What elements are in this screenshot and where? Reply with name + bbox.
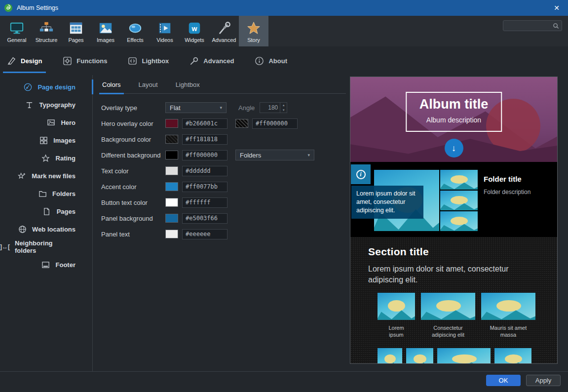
subtabs: Colors Layout Lightbox — [101, 79, 346, 94]
toolbar-item-effects[interactable]: Effects — [120, 16, 150, 46]
sidebar-item-label: Images — [53, 137, 76, 144]
sidebar-item-web-locations[interactable]: Web locations — [0, 220, 92, 238]
subtab-layout[interactable]: Layout — [138, 79, 159, 93]
color-swatch[interactable] — [165, 166, 178, 175]
folder-mini-image — [440, 191, 478, 210]
subtab-colors[interactable]: Colors — [101, 79, 122, 93]
thumbnail-image — [421, 293, 475, 320]
toolbar-item-images[interactable]: Images — [91, 16, 120, 46]
sidebar-item-mark-new-files[interactable]: Mark new files — [0, 167, 92, 185]
apply-button[interactable]: Apply — [526, 375, 561, 386]
sidebar-item-label: Typography — [39, 101, 76, 109]
color-swatch[interactable] — [165, 182, 178, 191]
overlay-type-dropdown[interactable]: Flat ▾ — [165, 102, 227, 113]
folder-mini-image — [440, 211, 478, 231]
hex-input[interactable] — [182, 118, 227, 129]
close-icon[interactable]: ✕ — [545, 0, 568, 16]
album-description: Album description — [419, 116, 489, 124]
pages-grid-icon — [69, 21, 83, 36]
settings-tabs: Design Functions Lightbox Advanced About — [0, 46, 568, 75]
angle-input[interactable] — [260, 104, 280, 111]
spin-up-icon[interactable]: ▲ — [280, 103, 287, 108]
color-swatch[interactable] — [165, 119, 178, 128]
field-label: Different background — [101, 152, 165, 159]
folder-text-panel: Lorem ipsum dolor sit amet, consectetur … — [351, 186, 423, 219]
color-swatch[interactable] — [165, 230, 178, 238]
info-icon: i — [356, 170, 366, 179]
hex-input[interactable] — [182, 150, 227, 160]
angle-stepper: ▲ ▼ — [260, 102, 287, 113]
main-toolbar: General Structure Pages Images Effects V… — [0, 16, 568, 46]
field-label: Panel background — [101, 215, 165, 222]
toolbar-item-videos[interactable]: Videos — [150, 16, 180, 46]
sidebar-item-hero[interactable]: Hero — [0, 114, 92, 131]
tab-label: Functions — [76, 57, 107, 65]
different-background-dropdown[interactable]: Folders ▾ — [235, 150, 314, 160]
hero-image-icon — [46, 118, 56, 127]
hex-input[interactable] — [182, 229, 227, 239]
tab-design[interactable]: Design — [7, 46, 42, 75]
sidebar-item-pages[interactable]: Pages — [0, 202, 92, 220]
color-swatch[interactable] — [165, 135, 178, 144]
hex-input[interactable] — [182, 182, 227, 192]
spin-down-icon[interactable]: ▼ — [280, 108, 287, 113]
globe-icon — [17, 225, 27, 234]
sidebar-item-footer[interactable]: Footer — [0, 256, 92, 274]
hex-input[interactable] — [252, 118, 298, 129]
scroll-down-icon: ↓ — [445, 139, 463, 157]
tab-lightbox[interactable]: Lightbox — [128, 46, 169, 75]
sidebar-item-folders[interactable]: Folders — [0, 185, 92, 202]
hero-title-box: Album title Album description — [406, 92, 502, 132]
sidebar-item-typography[interactable]: Typography — [0, 96, 92, 114]
toolbar-item-story[interactable]: Story — [239, 16, 268, 46]
overlay-type-label: Overlay type — [101, 104, 165, 112]
sidebar-item-label: Rating — [56, 155, 76, 162]
thumbnail-caption: Lorem ipsum — [384, 324, 409, 339]
toolbar-item-advanced[interactable]: Advanced — [209, 16, 239, 46]
thumbnail-caption: Consectetur adipiscing elit — [427, 324, 469, 339]
design-sidebar: Page design Typography Hero Images Ratin… — [0, 75, 93, 371]
hex-input[interactable] — [182, 197, 227, 208]
album-settings-window: Album Settings ✕ General Structure Pages… — [0, 0, 568, 392]
sidebar-item-images[interactable]: Images — [0, 131, 92, 149]
sidebar-item-label: Mark new files — [32, 172, 76, 180]
lens-icon — [128, 21, 143, 36]
footer-icon — [41, 261, 51, 269]
color-swatch[interactable] — [235, 119, 248, 128]
toolbar-item-general[interactable]: General — [2, 16, 32, 46]
sidebar-item-rating[interactable]: Rating — [0, 149, 92, 167]
subtab-lightbox[interactable]: Lightbox — [175, 79, 201, 93]
color-swatch[interactable] — [165, 214, 178, 223]
hex-input[interactable] — [182, 213, 227, 224]
color-swatch[interactable] — [165, 198, 178, 207]
hex-input[interactable] — [182, 134, 227, 145]
thumbnail-caption: Mauris sit amet massa — [488, 324, 529, 339]
new-star-icon — [17, 172, 27, 180]
tab-advanced[interactable]: Advanced — [189, 46, 234, 75]
toolbar-item-pages[interactable]: Pages — [61, 16, 91, 46]
field-label: Text color — [101, 167, 165, 175]
hero-overlay-color-row: Hero overlay color — [101, 116, 346, 131]
tab-label: Lightbox — [142, 57, 169, 65]
toolbar-item-structure[interactable]: Structure — [32, 16, 61, 46]
search-input[interactable] — [503, 22, 553, 29]
accent-color-row: Accent color — [101, 179, 346, 195]
neighboring-folders-icon: ]↔[ — [0, 243, 10, 250]
sidebar-item-page-design[interactable]: Page design — [0, 78, 92, 96]
field-label: Background color — [101, 136, 165, 143]
typography-icon — [25, 101, 35, 109]
sidebar-item-neighboring-folders[interactable]: ]↔[ Neighboring folders — [0, 238, 92, 256]
text-color-row: Text color — [101, 163, 346, 179]
sidebar-item-label: Neighboring folders — [15, 239, 76, 254]
search-box — [503, 20, 562, 31]
sidebar-item-label: Page design — [38, 83, 76, 91]
ok-button[interactable]: OK — [486, 375, 521, 386]
hex-input[interactable] — [182, 166, 227, 176]
tab-about[interactable]: About — [255, 46, 287, 75]
toolbar-item-widgets[interactable]: w Widgets — [180, 16, 209, 46]
tab-label: Advanced — [203, 57, 234, 65]
tab-functions[interactable]: Functions — [63, 46, 107, 75]
color-swatch[interactable] — [165, 151, 178, 159]
thumbnail-item: Mauris sit amet massa — [481, 293, 535, 339]
folder-title: Folder title — [484, 175, 522, 183]
